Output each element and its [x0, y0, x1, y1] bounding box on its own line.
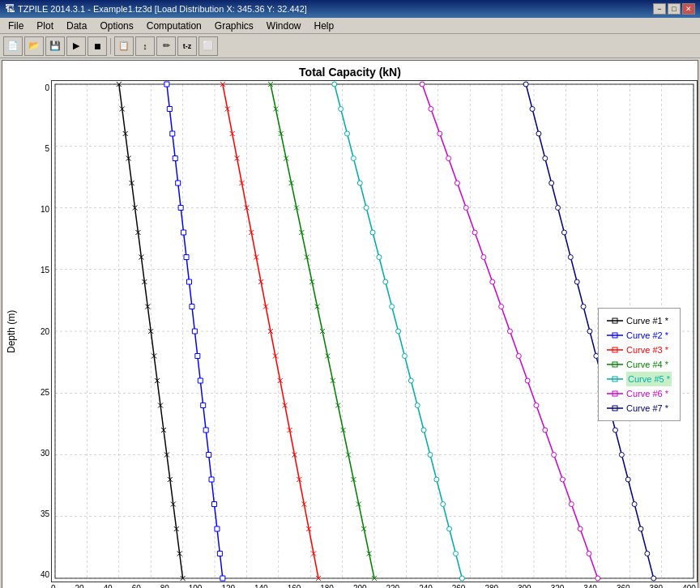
menu-file[interactable]: File [2, 19, 30, 33]
run-button[interactable]: ▶ [66, 36, 86, 56]
menu-data[interactable]: Data [60, 19, 93, 33]
legend: Curve #1 * Curve #2 * Curve #3 * Curve #… [598, 308, 681, 421]
minimize-button[interactable]: − [653, 3, 666, 15]
tz-button[interactable]: t-z [177, 36, 197, 56]
stop-button[interactable]: ⏹ [88, 36, 107, 56]
legend-item-4: Curve #4 * [607, 357, 672, 372]
rect-button[interactable]: ⬜ [198, 36, 218, 56]
legend-item-2: Curve #2 * [607, 328, 672, 343]
app-icon: 🏗 [5, 3, 15, 15]
main-window: Total Capacity (kN) Depth (m) 0 5 10 15 … [2, 60, 698, 588]
window-title: TZPILE 2014.3.1 - Example1.tz3d [Load Di… [18, 4, 307, 14]
report-button[interactable]: 📋 [114, 36, 134, 56]
menu-graphics[interactable]: Graphics [208, 19, 260, 33]
menu-plot[interactable]: Plot [30, 19, 60, 33]
open-button[interactable]: 📂 [24, 36, 44, 56]
y-axis-label: Depth (m) [2, 80, 22, 582]
menu-computation[interactable]: Computation [140, 19, 208, 33]
toolbar: 📄 📂 💾 ▶ ⏹ 📋 ↕ ✏ t-z ⬜ [0, 34, 700, 58]
title-bar: 🏗 TZPILE 2014.3.1 - Example1.tz3d [Load … [0, 0, 700, 18]
y-axis: 0 5 10 15 20 25 30 35 40 [22, 80, 51, 582]
title-controls: − □ ✕ [653, 3, 695, 15]
title-bar-left: 🏗 TZPILE 2014.3.1 - Example1.tz3d [Load … [5, 3, 307, 15]
menu-options[interactable]: Options [93, 19, 139, 33]
toolbar-separator-1 [110, 38, 111, 54]
menu-help[interactable]: Help [308, 19, 341, 33]
maximize-button[interactable]: □ [668, 3, 681, 15]
save-button[interactable]: 💾 [45, 36, 65, 56]
menu-bar: File Plot Data Options Computation Graph… [0, 18, 700, 34]
legend-item-1: Curve #1 * [607, 313, 672, 328]
legend-item-5: Curve #5 * [607, 372, 672, 386]
legend-item-7: Curve #7 * [607, 401, 672, 415]
plot-area: Curve #1 * Curve #2 * Curve #3 * Curve #… [51, 80, 698, 582]
chart-title: Total Capacity (kN) [2, 61, 698, 80]
edit-button[interactable]: ✏ [156, 36, 176, 56]
legend-item-6: Curve #6 * [607, 386, 672, 401]
menu-window[interactable]: Window [260, 19, 308, 33]
new-button[interactable]: 📄 [3, 36, 23, 56]
x-axis: 0 20 40 60 80 100 120 140 160 180 200 22… [51, 582, 698, 588]
close-button[interactable]: ✕ [682, 3, 695, 15]
legend-item-3: Curve #3 * [607, 343, 672, 357]
scale-button[interactable]: ↕ [135, 36, 155, 56]
